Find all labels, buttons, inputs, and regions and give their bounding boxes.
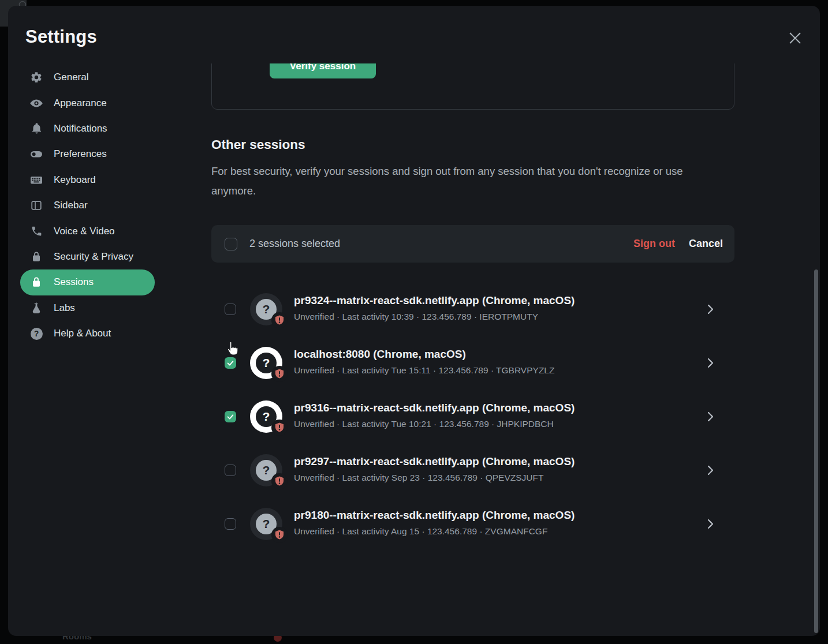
unverified-shield-icon	[271, 420, 288, 436]
session-name: pr9316--matrix-react-sdk.netlify.app (Ch…	[294, 402, 575, 414]
unverified-shield-icon	[271, 366, 288, 382]
close-icon	[788, 31, 803, 46]
bell-icon	[29, 122, 43, 136]
session-avatar: ?	[250, 508, 282, 540]
session-row[interactable]: ? pr9316--matrix-react-sdk.netlify.app (…	[211, 395, 734, 439]
session-checkbox[interactable]	[225, 465, 236, 476]
session-checkbox[interactable]	[225, 518, 236, 530]
session-details: Unverified · Last activity Tue 15:11 · 1…	[294, 365, 554, 376]
session-name: pr9324--matrix-react-sdk.netlify.app (Ch…	[294, 294, 575, 307]
sidebar-layout-icon	[29, 199, 43, 212]
sidebar-item-sessions[interactable]: Sessions	[20, 269, 155, 295]
session-row[interactable]: ? pr9297--matrix-react-sdk.netlify.app (…	[211, 448, 734, 492]
session-name: pr9180--matrix-react-sdk.netlify.app (Ch…	[294, 509, 575, 522]
sidebar-item-sidebar[interactable]: Sidebar	[20, 193, 159, 218]
close-button[interactable]	[786, 29, 804, 48]
sidebar-item-label: Sidebar	[54, 200, 88, 211]
app-screen: Rooms Settings General Appearance	[0, 0, 828, 644]
sidebar-item-preferences[interactable]: Preferences	[20, 141, 159, 167]
sidebar-item-label: Appearance	[54, 98, 107, 109]
sessions-content: Verify session Other sessions For best s…	[211, 63, 734, 636]
settings-sidebar: General Appearance Notifications Prefere…	[20, 65, 159, 346]
chevron-right-icon[interactable]	[703, 410, 717, 424]
settings-dialog: Settings General Appearance	[8, 6, 820, 636]
sidebar-item-general[interactable]: General	[20, 65, 159, 90]
sidebar-item-label: Notifications	[54, 123, 107, 134]
flask-icon	[29, 301, 43, 315]
session-details: Unverified · Last activity Tue 10:21 · 1…	[294, 419, 554, 429]
session-name: localhost:8080 (Chrome, macOS)	[294, 348, 466, 361]
sidebar-item-voice-video[interactable]: Voice & Video	[20, 218, 159, 244]
session-details: Unverified · Last activity 10:39 · 123.4…	[294, 312, 538, 322]
sidebar-item-label: Voice & Video	[54, 226, 115, 237]
session-checkbox[interactable]	[225, 304, 236, 315]
page-title: Settings	[25, 27, 97, 47]
session-avatar: ?	[250, 454, 282, 486]
eye-icon	[29, 96, 43, 110]
session-row[interactable]: ? pr9180--matrix-react-sdk.netlify.app (…	[211, 502, 734, 546]
keyboard-icon	[29, 173, 43, 187]
session-checkbox[interactable]	[225, 411, 236, 422]
unverified-shield-icon	[271, 473, 288, 489]
sidebar-item-appearance[interactable]: Appearance	[20, 90, 159, 115]
chevron-right-icon[interactable]	[703, 463, 717, 477]
session-details: Unverified · Last activity Sep 23 · 123.…	[294, 473, 543, 483]
sidebar-item-notifications[interactable]: Notifications	[20, 116, 159, 141]
unverified-shield-icon	[271, 312, 288, 328]
sidebar-item-label: Keyboard	[54, 174, 96, 186]
sidebar-item-label: Sessions	[54, 276, 94, 288]
gear-icon	[29, 70, 43, 84]
scrollbar[interactable]	[814, 269, 818, 633]
sidebar-item-label: Security & Privacy	[54, 251, 133, 263]
sidebar-item-label: Labs	[54, 302, 75, 314]
sidebar-item-help-about[interactable]: ? Help & About	[20, 321, 159, 346]
session-row[interactable]: ? localhost:8080 (Chrome, macOS) Unverif…	[211, 341, 734, 385]
sidebar-item-label: Preferences	[54, 148, 107, 160]
session-list: ? pr9324--matrix-react-sdk.netlify.app (…	[211, 63, 734, 636]
session-details: Unverified · Last activity Aug 15 · 123.…	[294, 526, 547, 537]
chevron-right-icon[interactable]	[703, 517, 717, 531]
session-row[interactable]: ? pr9324--matrix-react-sdk.netlify.app (…	[211, 287, 734, 331]
help-icon: ?	[29, 327, 43, 340]
sidebar-item-label: General	[54, 72, 88, 83]
toggle-icon	[29, 147, 43, 161]
unverified-shield-icon	[271, 527, 288, 543]
chevron-right-icon[interactable]	[703, 302, 717, 316]
session-avatar: ?	[250, 400, 282, 433]
sidebar-item-keyboard[interactable]: Keyboard	[20, 167, 159, 193]
lock-icon	[29, 275, 43, 289]
chevron-right-icon[interactable]	[703, 356, 717, 370]
session-avatar: ?	[250, 293, 282, 325]
sidebar-item-labs[interactable]: Labs	[20, 295, 159, 321]
sidebar-item-label: Help & About	[54, 328, 111, 339]
phone-icon	[29, 224, 43, 238]
session-name: pr9297--matrix-react-sdk.netlify.app (Ch…	[294, 455, 575, 468]
lock-icon	[29, 250, 43, 264]
session-checkbox[interactable]	[225, 357, 236, 369]
sidebar-item-security-privacy[interactable]: Security & Privacy	[20, 244, 159, 269]
session-avatar: ?	[250, 347, 282, 379]
